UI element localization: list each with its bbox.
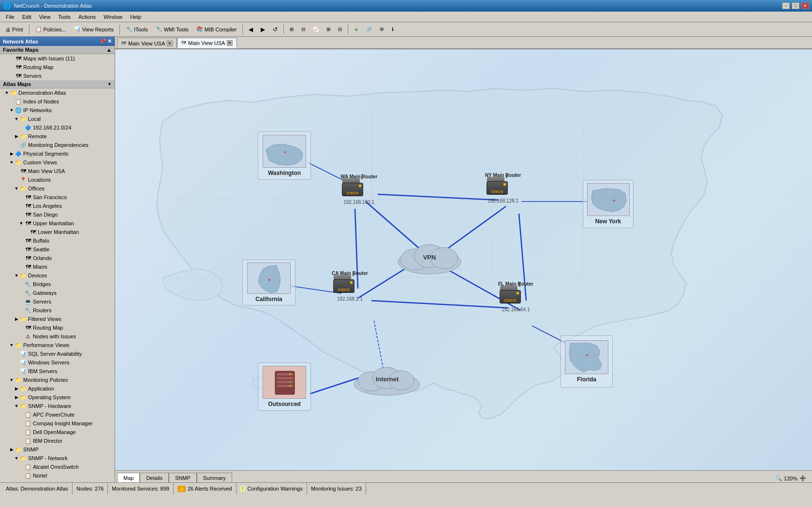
- menu-help[interactable]: Help: [126, 13, 145, 21]
- sidebar-pin-icon[interactable]: 📌: [100, 38, 106, 44]
- washington-region[interactable]: Washington: [258, 131, 311, 180]
- sidebar-item-application[interactable]: ▶ 📁 Application: [0, 384, 115, 393]
- sidebar-item-los-angeles[interactable]: 🗺 Los Angeles: [0, 202, 115, 210]
- fl-main-router-node[interactable]: FL Main Router 192.168.64.1: [498, 281, 533, 312]
- graph-button[interactable]: 📈: [310, 24, 322, 35]
- sidebar-item-san-francisco[interactable]: 🗺 San Francisco: [0, 193, 115, 202]
- map-area[interactable]: Washington WA Main Router 192.168.192.1: [115, 49, 812, 470]
- vpn-cloud[interactable]: VPN: [396, 238, 463, 276]
- info-button[interactable]: ℹ: [388, 24, 397, 35]
- bottom-tab-snmp[interactable]: SNMP: [169, 473, 197, 482]
- sidebar-item-custom-views[interactable]: ▼ 📁 Custom Views: [0, 158, 115, 167]
- sidebar-item-buffalo[interactable]: 🗺 Buffalo: [0, 236, 115, 245]
- sidebar-item-offices[interactable]: ▼ 📁 Offices: [0, 184, 115, 193]
- sidebar-item-snmp-hardware[interactable]: ▼ 📁 SNMP - Hardware: [0, 402, 115, 410]
- zoom-out-icon[interactable]: 🔍: [775, 475, 782, 481]
- menu-file[interactable]: File: [2, 13, 18, 21]
- arrange-button[interactable]: ⊟: [335, 24, 345, 35]
- sidebar-item-monitoring-policies[interactable]: ▼ 📁 Monitoring Policies: [0, 376, 115, 384]
- table-button[interactable]: ⊞: [323, 24, 334, 35]
- tab-main-view-usa-2[interactable]: 🗺 Main View USA ✕: [177, 38, 237, 48]
- sidebar-close-icon[interactable]: ✕: [107, 38, 112, 44]
- outsourced-region[interactable]: Outsourced: [258, 362, 311, 411]
- zoom-in-icon[interactable]: ➕: [799, 475, 806, 481]
- sidebar-item-miami[interactable]: 🗺 Miami: [0, 262, 115, 271]
- sidebar-item-apc-powerchute[interactable]: 📋 APC PowerChute: [0, 410, 115, 419]
- sidebar-item-servers[interactable]: 🗺 Servers: [0, 72, 115, 80]
- sidebar-item-nortel[interactable]: 📋 Nortel: [0, 471, 115, 480]
- california-region[interactable]: California: [242, 260, 295, 305]
- sidebar-item-locations[interactable]: 📍 Locations: [0, 175, 115, 184]
- bottom-tab-summary[interactable]: Summary: [197, 473, 232, 482]
- sidebar-item-gateways[interactable]: 🔧 Gateways: [0, 289, 115, 297]
- ny-main-router-node[interactable]: NY Main Router 192.168.128.1: [485, 173, 521, 203]
- view-reports-button[interactable]: 📊 View Reports: [71, 24, 117, 35]
- favorite-maps-collapse-icon[interactable]: ▲: [106, 47, 112, 53]
- sidebar-item-monitoring-deps[interactable]: 🔗 Monitoring Dependencies: [0, 141, 115, 149]
- sidebar-item-remote[interactable]: ▶ 📁 Remote: [0, 132, 115, 141]
- menu-actions[interactable]: Actions: [74, 13, 100, 21]
- wa-main-router-node[interactable]: WA Main Router 192.168.192.1: [340, 174, 377, 205]
- sidebar-item-local[interactable]: ▼ 📁 Local: [0, 115, 115, 123]
- bottom-tab-details[interactable]: Details: [140, 473, 169, 482]
- wmi-tools-button[interactable]: 🔧 WMI Tools: [152, 24, 192, 35]
- new-york-region[interactable]: New York: [583, 180, 634, 228]
- florida-region[interactable]: Florida: [561, 335, 613, 388]
- sidebar-item-operating-system[interactable]: ▶ 📁 Operating System: [0, 393, 115, 402]
- sidebar-item-sql-availability[interactable]: 📊 SQL Server Availability: [0, 349, 115, 358]
- sidebar-item-san-diego[interactable]: 🗺 San Diego: [0, 210, 115, 219]
- fit-button[interactable]: ⊞: [286, 24, 297, 35]
- sidebar-item-demo-atlas[interactable]: ▼ 📁 Demonstration Atlas: [0, 88, 115, 97]
- internet-cloud[interactable]: Internet: [352, 361, 422, 397]
- sidebar-item-lower-manhattan[interactable]: 🗺 Lower Manhattan: [0, 228, 115, 236]
- itools-button[interactable]: 🔧 ITools: [122, 24, 151, 35]
- atlas-maps-arrow[interactable]: ▼: [107, 82, 112, 87]
- sidebar-item-snmp[interactable]: ▶ 📁 SNMP: [0, 445, 115, 454]
- tab-main-view-usa-1[interactable]: 🗺 Main View USA ✕: [117, 38, 177, 48]
- nav-forward-button[interactable]: ▶: [257, 24, 268, 35]
- mib-compiler-button[interactable]: 📚 MIB Compiler: [193, 24, 240, 35]
- sidebar-item-ibm-servers[interactable]: 📊 IBM Servers: [0, 367, 115, 376]
- connect-button[interactable]: 🔗: [363, 24, 375, 35]
- sidebar-item-seattle[interactable]: 🗺 Seattle: [0, 245, 115, 254]
- sidebar-item-compaq-insight[interactable]: 📋 Compaq Insight Manager: [0, 419, 115, 428]
- sidebar-item-performance-views[interactable]: ▼ 📁 Performance Views: [0, 341, 115, 349]
- menu-view[interactable]: View: [35, 13, 55, 21]
- favorite-maps-header[interactable]: Favorite Maps ▲: [0, 46, 115, 54]
- sidebar-item-192-168-21[interactable]: 🔷 192.168.21.0/24: [0, 123, 115, 132]
- atlas-maps-header[interactable]: Atlas Maps ▼: [0, 80, 115, 88]
- close-button[interactable]: ✕: [801, 2, 809, 9]
- ca-main-router-node[interactable]: CA Main Router 192.168.1.1: [332, 271, 368, 302]
- tab-close-button-1[interactable]: ✕: [167, 41, 173, 46]
- sidebar-item-physical-segments[interactable]: ▶ 🔷 Physical Segments: [0, 149, 115, 158]
- layout-button[interactable]: ⊟: [298, 24, 309, 35]
- sidebar-item-maps-issues[interactable]: 🗺 Maps with Issues (11): [0, 54, 115, 63]
- sidebar-item-routing-map[interactable]: 🗺 Routing Map: [0, 63, 115, 72]
- bottom-tab-map[interactable]: Map: [117, 473, 140, 482]
- refresh-button[interactable]: ↺: [269, 24, 281, 35]
- sidebar-item-bridges[interactable]: 🔧 Bridges: [0, 280, 115, 289]
- tab-close-button-2[interactable]: ✕: [227, 40, 233, 46]
- minimize-button[interactable]: −: [782, 2, 790, 9]
- sidebar-item-devices[interactable]: ▼ 📁 Devices: [0, 271, 115, 280]
- sidebar-item-main-view-usa[interactable]: 🗺 Main View USA: [0, 167, 115, 175]
- maximize-button[interactable]: □: [792, 2, 799, 9]
- menu-edit[interactable]: Edit: [18, 13, 35, 21]
- add-button[interactable]: +: [351, 24, 361, 35]
- sidebar-item-snmp-network[interactable]: ▼ 📁 SNMP - Network: [0, 454, 115, 463]
- sidebar-item-servers-devices[interactable]: 💻 Servers: [0, 297, 115, 306]
- nav-back-button[interactable]: ◀: [245, 24, 256, 35]
- menu-window[interactable]: Window: [100, 13, 126, 21]
- sidebar-item-index-nodes[interactable]: 📋 Index of Nodes: [0, 97, 115, 106]
- sidebar-item-dell-openmanage[interactable]: 📋 Dell OpenManage: [0, 428, 115, 436]
- sidebar-item-ip-networks[interactable]: ▼ 🌐 IP Networks: [0, 106, 115, 115]
- print-button[interactable]: 🖨 Print: [2, 24, 27, 35]
- sidebar-item-routers[interactable]: 🔧 Routers: [0, 306, 115, 315]
- policies-button[interactable]: 📋 Policies...: [32, 24, 70, 35]
- sidebar-item-alcatel-omniswitch[interactable]: 📋 Alcatel OmniSwitch: [0, 463, 115, 471]
- sidebar-item-nodes-issues[interactable]: ⚠ Nodes with Issues: [0, 332, 115, 341]
- sidebar-item-upper-manhattan[interactable]: ▼ 🗺 Upper Manhattan: [0, 219, 115, 228]
- sidebar-item-ibm-director[interactable]: 📋 IBM Director: [0, 436, 115, 445]
- sidebar-item-orlando[interactable]: 🗺 Orlando: [0, 254, 115, 262]
- sidebar-item-routing-map-filter[interactable]: 🗺 Routing Map: [0, 323, 115, 332]
